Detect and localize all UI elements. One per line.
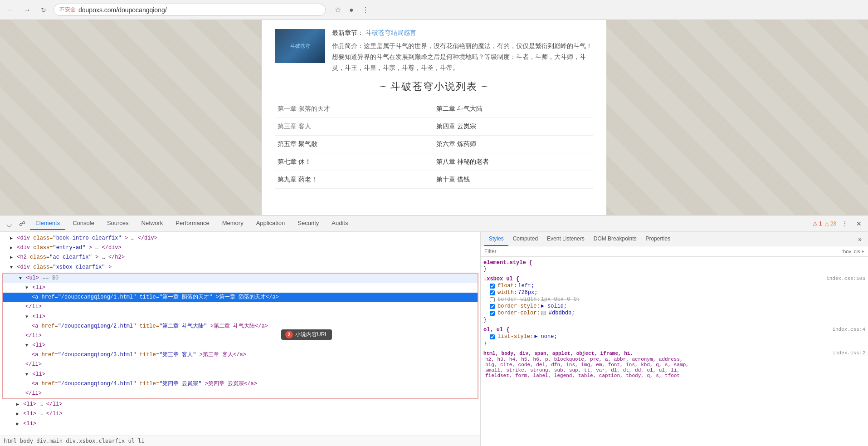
book-list-title: ~ 斗破苍穹小说列表 ~ bbox=[275, 80, 593, 93]
devtools-body: ▶ <div class="book-intro clearfix" > … <… bbox=[0, 232, 868, 446]
chrome-actions: ☆ ● ⋮ bbox=[333, 4, 371, 16]
chapter-item-10[interactable]: 第十章 借钱 bbox=[434, 171, 593, 189]
tree-line-li-5[interactable]: ▶ <li> … </li> bbox=[0, 400, 480, 409]
tab-console[interactable]: Console bbox=[67, 217, 100, 230]
tree-line-li1-close[interactable]: </li> bbox=[3, 302, 478, 312]
tree-line-li4-close[interactable]: </li> bbox=[3, 389, 478, 398]
collapse-icon[interactable]: ▶ bbox=[10, 245, 13, 252]
collapse-icon[interactable]: ▶ bbox=[16, 401, 19, 408]
url-input[interactable] bbox=[78, 6, 320, 14]
reload-button[interactable]: ↻ bbox=[37, 4, 50, 16]
filter-bar: :hov .cls + bbox=[481, 246, 868, 257]
tab-application[interactable]: Application bbox=[251, 217, 291, 230]
chapter-item-7[interactable]: 第七章 休！ bbox=[275, 153, 434, 171]
tree-line-li-6[interactable]: ▶ <li> … </li> bbox=[0, 409, 480, 419]
badge2-label: 小说内容URL bbox=[295, 331, 328, 338]
chapter-item-6[interactable]: 第六章 炼药师 bbox=[434, 136, 593, 153]
chapter-item-4[interactable]: 第四章 云岚宗 bbox=[434, 118, 593, 136]
tree-line-li4[interactable]: ▼ <li> bbox=[3, 370, 478, 379]
filter-right: :hov .cls + bbox=[842, 249, 864, 254]
styles-more-btn[interactable]: » bbox=[855, 234, 864, 245]
devtools-more-btn[interactable]: ⋮ bbox=[839, 218, 851, 229]
tree-line-xsbox[interactable]: ▼ <div class="xsbox clearfix" > bbox=[0, 263, 480, 272]
tab-computed[interactable]: Computed bbox=[508, 232, 542, 246]
html-tree: ▶ <div class="book-intro clearfix" > … <… bbox=[0, 232, 480, 436]
forward-button[interactable]: → bbox=[21, 4, 34, 16]
tree-line-book-intro[interactable]: ▶ <div class="book-intro clearfix" > … <… bbox=[0, 234, 480, 243]
warning-badge: △ 28 bbox=[825, 221, 836, 227]
tree-line-a1[interactable]: <a href="/doupocangqiong/1.html" title="… bbox=[3, 293, 478, 302]
tree-line-entry-ad[interactable]: ▶ <div class="entry-ad" > … </div> bbox=[0, 243, 480, 253]
highlighted-ul-block: ▼ <ul> == $0 ▼ <li> <a href="/doupocangq… bbox=[2, 273, 478, 399]
tree-line-li3[interactable]: ▼ <li> bbox=[3, 341, 478, 350]
css-prop-width-checkbox[interactable] bbox=[490, 290, 495, 295]
css-source-global: index.css:2 bbox=[832, 350, 865, 356]
css-prop-border-width-checkbox[interactable] bbox=[490, 297, 495, 302]
tree-line-li2[interactable]: ▼ <li> bbox=[3, 312, 478, 322]
error-count: 1 bbox=[819, 221, 822, 227]
devtools: ◡ ☍ Elements Console Sources Network Per… bbox=[0, 215, 868, 446]
css-rule-xsbox-ul: .xsbox ul { index.css:106 float: left; w… bbox=[483, 276, 865, 323]
latest-chapter-link[interactable]: 斗破苍穹结局感言 bbox=[366, 29, 416, 36]
menu-button[interactable]: ⋮ bbox=[360, 4, 371, 16]
css-selector-ol-ul: ol, ul { bbox=[483, 327, 510, 333]
tree-line-li1[interactable]: ▼ <li> bbox=[3, 283, 478, 293]
css-prop-float-checkbox[interactable] bbox=[490, 284, 495, 289]
css-prop-border-color-checkbox[interactable] bbox=[490, 311, 495, 316]
css-source-ol-ul: index.css:4 bbox=[832, 327, 865, 332]
devtools-device-btn[interactable]: ☍ bbox=[16, 218, 28, 229]
collapse-icon[interactable]: ▶ bbox=[10, 235, 13, 242]
chapter-item-3[interactable]: 第三章 客人 bbox=[275, 118, 434, 136]
tree-line-ul[interactable]: ▼ <ul> == $0 bbox=[3, 274, 478, 283]
tree-line-h2[interactable]: ▶ <h2 class="ac clearfix" > … </h2> bbox=[0, 253, 480, 262]
tree-line-li3-close[interactable]: </li> bbox=[3, 360, 478, 369]
collapse-icon[interactable]: ▼ bbox=[25, 284, 28, 292]
tab-memory[interactable]: Memory bbox=[217, 217, 249, 230]
tab-dom-breakpoints[interactable]: DOM Breakpoints bbox=[589, 232, 641, 246]
collapse-icon[interactable]: ▼ bbox=[10, 264, 13, 271]
devtools-inspect-btn[interactable]: ◡ bbox=[4, 218, 15, 229]
collapse-icon[interactable]: ▼ bbox=[19, 275, 22, 282]
styles-content: element.style { } .xsbox ul { index.css:… bbox=[481, 257, 868, 446]
css-prop-list-style-checkbox[interactable] bbox=[490, 334, 495, 339]
chapter-item-9[interactable]: 第九章 药老！ bbox=[275, 171, 434, 189]
tab-performance[interactable]: Performance bbox=[170, 217, 215, 230]
collapse-icon[interactable]: ▶ bbox=[10, 254, 13, 261]
tab-security[interactable]: Security bbox=[292, 217, 324, 230]
tree-line-li2-close[interactable]: </li> bbox=[3, 331, 478, 341]
css-prop-border-style-checkbox[interactable] bbox=[490, 304, 495, 309]
collapse-icon[interactable]: ▶ bbox=[16, 411, 19, 418]
filter-input[interactable] bbox=[484, 248, 842, 255]
tab-properties[interactable]: Properties bbox=[641, 232, 675, 246]
elements-panel: ▶ <div class="book-intro clearfix" > … <… bbox=[0, 232, 481, 446]
devtools-close-btn[interactable]: ✕ bbox=[853, 218, 864, 229]
collapse-icon[interactable]: ▼ bbox=[25, 342, 28, 349]
styles-panel: Styles Computed Event Listeners DOM Brea… bbox=[481, 232, 868, 446]
css-prop-width: width: 726px; bbox=[483, 289, 865, 296]
chapter-item-2[interactable]: 第二章 斗气大陆 bbox=[434, 100, 593, 118]
tab-network[interactable]: Network bbox=[136, 217, 169, 230]
collapse-icon[interactable]: ▼ bbox=[25, 371, 28, 378]
error-badge: ⚠ 1 bbox=[813, 221, 822, 227]
styles-actions: » bbox=[855, 232, 864, 246]
back-button[interactable]: ← bbox=[5, 4, 17, 16]
tab-sources[interactable]: Sources bbox=[102, 217, 134, 230]
tree-line-a4[interactable]: <a href="/doupocangqiong/4.html" title="… bbox=[3, 379, 478, 389]
collapse-icon[interactable]: ▼ bbox=[25, 314, 28, 321]
tree-line-li-7[interactable]: ▶ <li> bbox=[0, 419, 480, 429]
chapter-item-5[interactable]: 第五章 聚气散 bbox=[275, 136, 434, 153]
latest-chapter-line: 最新章节： 斗破苍穹结局感言 bbox=[332, 29, 593, 37]
warning-count: 28 bbox=[830, 221, 836, 227]
tab-styles[interactable]: Styles bbox=[484, 232, 508, 246]
tab-event-listeners[interactable]: Event Listeners bbox=[542, 232, 589, 246]
tab-elements[interactable]: Elements bbox=[30, 217, 65, 230]
book-info: 最新章节： 斗破苍穹结局感言 作品简介：这里是属于斗气的世界，没有花俏艳丽的魔法… bbox=[332, 29, 593, 73]
star-button[interactable]: ☆ bbox=[333, 4, 343, 16]
chapter-item-1[interactable]: 第一章 陨落的天才 bbox=[275, 100, 434, 118]
profile-button[interactable]: ● bbox=[347, 4, 356, 16]
collapse-icon[interactable]: ▶ bbox=[16, 421, 19, 428]
tree-line-a2[interactable]: <a href="/doupocangqiong/2.html" title="… bbox=[3, 322, 478, 331]
chapter-item-8[interactable]: 第八章 神秘的老者 bbox=[434, 153, 593, 171]
tab-audits[interactable]: Audits bbox=[326, 217, 353, 230]
tree-line-a3[interactable]: <a href="/doupocangqiong/3.html" title="… bbox=[3, 350, 478, 360]
